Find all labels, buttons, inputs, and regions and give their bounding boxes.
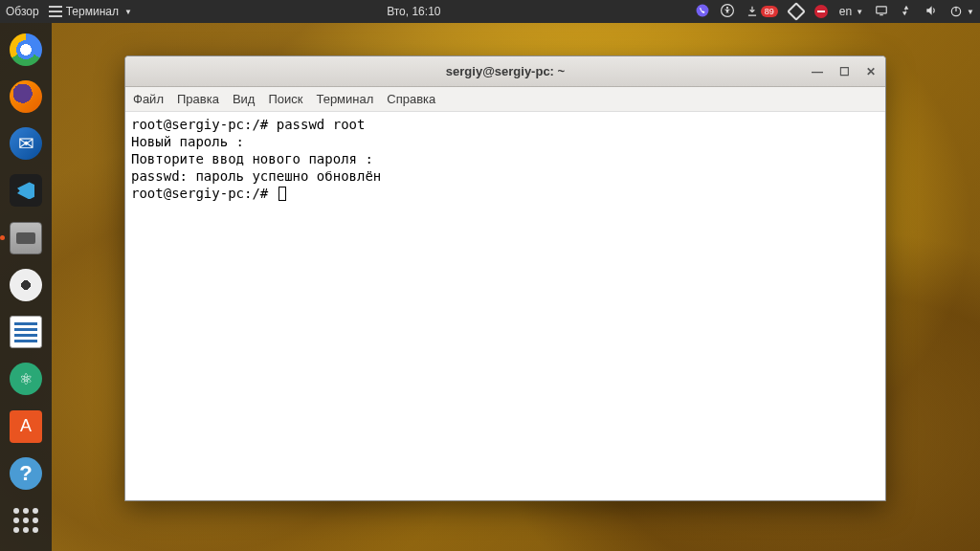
screen-icon[interactable] [875,4,888,20]
dock-chromium[interactable] [7,31,45,68]
keyboard-layout[interactable]: en▼ [839,5,863,18]
svg-point-2 [726,6,728,8]
thunderbird-icon: ✉ [10,127,42,160]
svg-point-0 [696,4,708,16]
menu-help[interactable]: Справка [387,92,435,106]
writer-icon [10,316,42,348]
activities-button[interactable]: Обзор [6,5,39,18]
dock-firefox[interactable] [7,77,45,115]
menu-view[interactable]: Вид [233,92,256,106]
app-menu[interactable]: Терминал ▼ [49,5,132,18]
accessibility-icon[interactable] [721,4,734,20]
window-title: sergiy@sergiy-pc: ~ [446,64,565,78]
vscode-icon [10,174,42,207]
menu-file[interactable]: Файл [133,92,164,106]
desktop: Обзор Терминал ▼ Вто, 16:10 89 en▼ [0,0,980,551]
menu-search[interactable]: Поиск [268,92,302,106]
terminal-app-icon [49,6,62,17]
top-panel: Обзор Терминал ▼ Вто, 16:10 89 en▼ [0,0,980,23]
network-icon[interactable] [900,4,913,20]
terminal-line: Новый пароль : [131,134,244,149]
terminal-window: sergiy@sergiy-pc: ~ — ☐ ✕ Файл Правка Ви… [124,55,886,501]
software-icon: A [10,410,42,443]
terminal-menubar: Файл Правка Вид Поиск Терминал Справка [125,87,885,112]
menu-edit[interactable]: Правка [177,92,219,106]
files-icon [10,222,42,254]
terminal-line: Повторите ввод нового пароля : [131,151,373,166]
disk-icon [10,269,42,301]
cursor-icon [278,187,286,201]
minimize-button[interactable]: — [809,63,826,80]
volume-icon[interactable] [924,4,938,20]
help-icon: ? [10,457,42,490]
updates-indicator[interactable]: 89 [746,5,778,18]
download-icon [746,5,759,18]
updates-badge: 89 [761,6,778,17]
firefox-icon [10,80,42,113]
dropdown-icon: ▼ [856,8,863,16]
dock-software[interactable]: A [7,408,45,445]
terminal-output[interactable]: root@sergiy-pc:/# passwd root Новый паро… [125,112,885,500]
terminal-prompt: root@sergiy-pc:/# [131,186,277,201]
window-titlebar[interactable]: sergiy@sergiy-pc: ~ — ☐ ✕ [125,56,885,87]
maximize-button[interactable]: ☐ [835,63,853,80]
dock-atom[interactable]: ⚛ [7,361,45,398]
show-applications[interactable] [7,502,45,540]
close-button[interactable]: ✕ [862,63,880,80]
clock[interactable]: Вто, 16:10 [387,5,440,18]
terminal-line: passwd: пароль успешно обновлён [131,168,381,184]
app-menu-label: Терминал [66,5,119,18]
atom-icon: ⚛ [10,363,42,395]
chromium-icon [10,33,42,66]
terminal-line: root@sergiy-pc:/# passwd root [131,117,365,132]
dock-thunderbird[interactable]: ✉ [7,125,45,163]
menu-terminal[interactable]: Терминал [316,92,373,106]
dock-vscode[interactable] [7,172,45,209]
zorin-icon[interactable] [787,2,806,21]
svg-rect-3 [877,6,887,12]
viber-icon[interactable] [696,4,709,20]
dock-help[interactable]: ? [7,454,45,492]
dock: ✉ ⚛ A ? [0,23,52,551]
dropdown-icon: ▼ [124,8,132,16]
power-icon[interactable]: ▼ [949,5,974,18]
dock-writer[interactable] [7,314,45,351]
dock-files[interactable] [7,219,45,256]
dock-disks[interactable] [7,266,45,303]
do-not-disturb-icon[interactable] [814,5,828,18]
dropdown-icon: ▼ [967,8,974,16]
